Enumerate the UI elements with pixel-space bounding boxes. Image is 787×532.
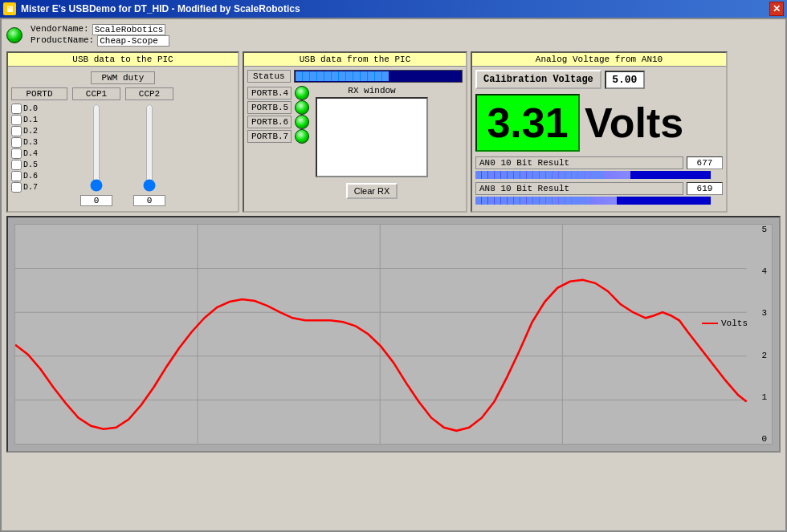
portb5-label: PORTB.5 [247, 101, 292, 114]
main-window: VendorName: ScaleRobotics ProductName: C… [0, 18, 787, 532]
product-label: ProductName: [31, 35, 94, 47]
ccp1-value: 0 [80, 195, 112, 206]
app-icon: 🖥 [3, 2, 16, 15]
usb-to-pic-content: PWM duty PORTD D.0 D.1 D.2 D.3 D.4 D.5 [8, 67, 238, 211]
title-bar: 🖥 Mister E's USBDemo for DT_HID - Modifi… [0, 0, 787, 18]
calibration-row: Calibration Voltage 5.00 [475, 70, 723, 89]
vendor-row: VendorName: ScaleRobotics [31, 24, 169, 35]
ccp2-slider[interactable] [137, 104, 161, 192]
calibration-value: 5.00 [605, 71, 645, 89]
title-bar-title: 🖥 Mister E's USBDemo for DT_HID - Modifi… [3, 2, 300, 15]
an8-label: AN8 10 Bit Result [475, 182, 683, 195]
chart-svg [15, 225, 772, 444]
port-leds: PORTB.4 PORTB.5 PORTB.6 PORTB.7 [247, 86, 309, 199]
an0-label: AN0 10 Bit Result [475, 156, 683, 169]
portb4-row: PORTB.4 [247, 86, 309, 100]
portb7-led [295, 129, 309, 144]
an8-progress-fill [475, 197, 617, 205]
an0-progress [475, 171, 711, 179]
connection-indicator [6, 27, 22, 43]
check-d7[interactable]: D.7 [11, 182, 67, 193]
portd-section: PORTD D.0 D.1 D.2 D.3 D.4 D.5 D.6 D.7 [11, 87, 67, 193]
portb5-led [295, 100, 309, 115]
checkbox-d6[interactable] [11, 171, 22, 181]
portb7-label: PORTB.7 [247, 130, 292, 143]
checkbox-d4[interactable] [11, 148, 22, 159]
ccp1-slider[interactable] [84, 104, 108, 192]
checkbox-d2[interactable] [11, 126, 22, 136]
voltage-unit: Volts [585, 99, 683, 147]
usb-from-pic-header: USB data from the PIC [244, 53, 466, 67]
check-d3[interactable]: D.3 [11, 137, 67, 148]
info-table: VendorName: ScaleRobotics ProductName: C… [31, 24, 169, 47]
portb4-label: PORTB.4 [247, 87, 292, 99]
portb6-label: PORTB.6 [247, 116, 292, 128]
ccp2-slider-container: 0 [125, 104, 173, 208]
usb-to-pic-panel: USB data to the PIC PWM duty PORTD D.0 D… [6, 51, 239, 213]
checkbox-d5[interactable] [11, 160, 22, 170]
clear-rx-button[interactable]: Clear RX [346, 183, 398, 199]
an0-value: 677 [687, 156, 723, 169]
analog-voltage-header: Analog Voltage from AN10 [472, 53, 726, 67]
ccp1-section: CCP1 0 [72, 87, 120, 208]
portb6-led [295, 115, 309, 129]
close-button[interactable]: ✕ [769, 2, 784, 16]
port-controls: PORTD D.0 D.1 D.2 D.3 D.4 D.5 D.6 D.7 [11, 87, 234, 208]
status-row: Status [247, 70, 463, 83]
calibration-label: Calibration Voltage [475, 70, 601, 89]
title-text: Mister E's USBDemo for DT_HID - Modified… [21, 3, 300, 14]
panels-row: USB data to the PIC PWM duty PORTD D.0 D… [6, 51, 781, 213]
ccp2-section: CCP2 0 [125, 87, 173, 208]
top-info: VendorName: ScaleRobotics ProductName: C… [6, 24, 781, 47]
an8-value: 619 [687, 182, 723, 195]
legend-label: Volts [721, 319, 748, 328]
ccp2-value: 0 [133, 195, 165, 206]
an0-result-row: AN0 10 Bit Result 677 [475, 156, 723, 169]
rx-window-label: RX window [316, 86, 428, 95]
chart-area: 5 4 3 2 1 0 Volts [6, 216, 781, 453]
legend-line-icon [702, 323, 718, 324]
checkbox-d7[interactable] [11, 182, 22, 193]
usb-from-pic-content: Status [244, 67, 466, 202]
portb6-row: PORTB.6 [247, 115, 309, 129]
vendor-value: ScaleRobotics [92, 24, 166, 35]
analog-voltage-content: Calibration Voltage 5.00 3.31 Volts AN0 … [472, 67, 726, 211]
portb7-row: PORTB.7 [247, 129, 309, 144]
product-value: Cheap-Scope [97, 35, 169, 47]
pwm-label: PWM duty [91, 71, 155, 84]
portd-label: PORTD [11, 87, 67, 100]
ccp2-label: CCP2 [125, 87, 173, 100]
ccp1-slider-container: 0 [72, 104, 120, 208]
analog-voltage-panel: Analog Voltage from AN10 Calibration Vol… [471, 51, 728, 213]
chart-inner: 5 4 3 2 1 0 Volts [14, 224, 773, 445]
ccp1-label: CCP1 [72, 87, 120, 100]
check-d1[interactable]: D.1 [11, 115, 67, 125]
usb-to-pic-header: USB data to the PIC [8, 53, 238, 67]
voltage-number: 3.31 [475, 94, 580, 152]
chart-legend: Volts [702, 319, 748, 328]
check-d4[interactable]: D.4 [11, 148, 67, 159]
portb4-led [295, 86, 309, 100]
progress-bar-fill [296, 71, 389, 81]
checkbox-d3[interactable] [11, 137, 22, 148]
product-row: ProductName: Cheap-Scope [31, 35, 169, 47]
check-d0[interactable]: D.0 [11, 104, 67, 114]
check-d2[interactable]: D.2 [11, 126, 67, 136]
an8-progress [475, 197, 711, 205]
status-label: Status [247, 70, 291, 83]
checkbox-d1[interactable] [11, 115, 22, 125]
vendor-label: VendorName: [31, 24, 89, 35]
rx-window-section: RX window Clear RX [316, 86, 428, 199]
usb-from-pic-panel: USB data from the PIC Status [243, 51, 467, 213]
voltage-display: 3.31 Volts [475, 94, 723, 152]
from-pic-lower: PORTB.4 PORTB.5 PORTB.6 PORTB.7 [247, 86, 463, 199]
an0-progress-fill [475, 171, 630, 179]
check-d6[interactable]: D.6 [11, 171, 67, 181]
an8-result-row: AN8 10 Bit Result 619 [475, 182, 723, 195]
port-checkboxes: D.0 D.1 D.2 D.3 D.4 D.5 D.6 D.7 [11, 104, 67, 193]
rx-textarea[interactable] [316, 97, 428, 177]
check-d5[interactable]: D.5 [11, 160, 67, 170]
status-progress-bar [294, 70, 463, 83]
checkbox-d0[interactable] [11, 104, 22, 114]
portb5-row: PORTB.5 [247, 100, 309, 115]
